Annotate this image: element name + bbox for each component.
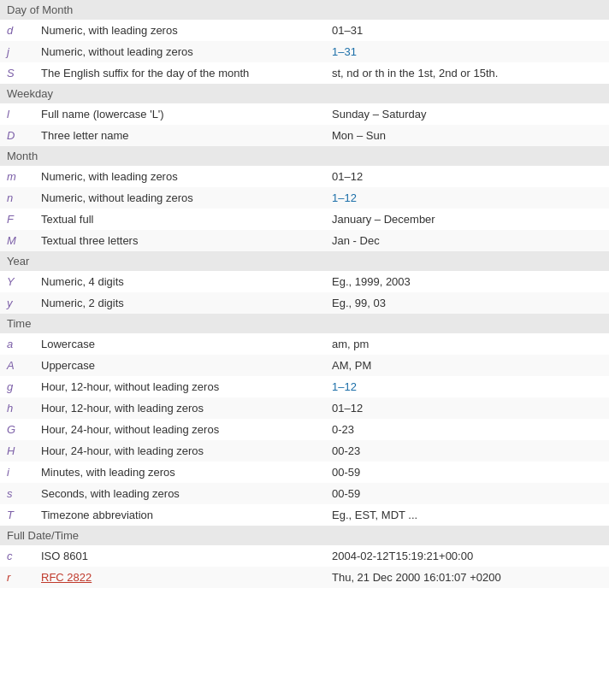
table-row: HHour, 24-hour, with leading zeros00-23: [0, 440, 609, 462]
format-example: AM, PM: [325, 355, 609, 376]
format-example: 00-59: [325, 462, 609, 483]
table-row: jNumeric, without leading zeros1–31: [0, 41, 609, 62]
format-example: Mon – Sun: [325, 125, 609, 146]
format-description: Timezone abbreviation: [34, 504, 325, 526]
format-example: 00-59: [325, 483, 609, 504]
section-header-label: Full Date/Time: [0, 526, 609, 545]
section-header: Day of Month: [0, 0, 609, 20]
format-description: ISO 8601: [34, 545, 325, 567]
format-description[interactable]: RFC 2822: [34, 567, 325, 588]
table-row: cISO 86012004-02-12T15:19:21+00:00: [0, 545, 609, 567]
section-header: Month: [0, 146, 609, 166]
section-header: Weekday: [0, 84, 609, 103]
format-code: g: [0, 376, 34, 397]
format-example: 0-23: [325, 419, 609, 440]
section-header-label: Day of Month: [0, 0, 609, 20]
section-header-label: Time: [0, 314, 609, 333]
table-row: dNumeric, with leading zeros01–31: [0, 20, 609, 41]
format-description: Hour, 12-hour, without leading zeros: [34, 376, 325, 397]
format-description: Textual full: [34, 209, 325, 230]
table-row: MTextual three lettersJan - Dec: [0, 230, 609, 251]
table-row: lFull name (lowercase 'L')Sunday – Satur…: [0, 103, 609, 125]
format-example: 1–31: [325, 41, 609, 62]
format-reference-table: Day of MonthdNumeric, with leading zeros…: [0, 0, 609, 588]
format-example: am, pm: [325, 333, 609, 355]
format-example: 2004-02-12T15:19:21+00:00: [325, 545, 609, 567]
format-code: m: [0, 166, 34, 187]
format-code: S: [0, 62, 34, 84]
format-code: h: [0, 397, 34, 419]
section-header-label: Year: [0, 251, 609, 271]
format-description: Numeric, with leading zeros: [34, 20, 325, 41]
format-description: Three letter name: [34, 125, 325, 146]
table-row: FTextual fullJanuary – December: [0, 209, 609, 230]
table-row: rRFC 2822Thu, 21 Dec 2000 16:01:07 +0200: [0, 567, 609, 588]
table-row: mNumeric, with leading zeros01–12: [0, 166, 609, 187]
format-description: The English suffix for the day of the mo…: [34, 62, 325, 84]
table-row: gHour, 12-hour, without leading zeros1–1…: [0, 376, 609, 397]
format-description: Numeric, without leading zeros: [34, 187, 325, 209]
format-description: Numeric, 4 digits: [34, 271, 325, 292]
format-example: January – December: [325, 209, 609, 230]
section-header: Time: [0, 314, 609, 333]
format-example: Eg., 1999, 2003: [325, 271, 609, 292]
format-code: i: [0, 462, 34, 483]
format-description: Uppercase: [34, 355, 325, 376]
format-example: Eg., 99, 03: [325, 292, 609, 314]
format-example: 01–31: [325, 20, 609, 41]
format-example: Eg., EST, MDT ...: [325, 504, 609, 526]
format-description: Lowercase: [34, 333, 325, 355]
table-row: yNumeric, 2 digitsEg., 99, 03: [0, 292, 609, 314]
format-code: a: [0, 333, 34, 355]
format-description: Numeric, without leading zeros: [34, 41, 325, 62]
format-code: D: [0, 125, 34, 146]
table-row: SThe English suffix for the day of the m…: [0, 62, 609, 84]
format-description: Textual three letters: [34, 230, 325, 251]
format-code: j: [0, 41, 34, 62]
table-row: TTimezone abbreviationEg., EST, MDT ...: [0, 504, 609, 526]
format-code: s: [0, 483, 34, 504]
format-example: 00-23: [325, 440, 609, 462]
format-description: Hour, 24-hour, without leading zeros: [34, 419, 325, 440]
format-description: Numeric, 2 digits: [34, 292, 325, 314]
section-header-label: Month: [0, 146, 609, 166]
format-code: A: [0, 355, 34, 376]
table-row: nNumeric, without leading zeros1–12: [0, 187, 609, 209]
format-description: Numeric, with leading zeros: [34, 166, 325, 187]
rfc-link[interactable]: RFC 2822: [41, 571, 92, 584]
format-description: Seconds, with leading zeros: [34, 483, 325, 504]
table-row: sSeconds, with leading zeros00-59: [0, 483, 609, 504]
section-header-label: Weekday: [0, 84, 609, 103]
format-code: d: [0, 20, 34, 41]
format-description: Hour, 12-hour, with leading zeros: [34, 397, 325, 419]
format-code: H: [0, 440, 34, 462]
table-row: iMinutes, with leading zeros00-59: [0, 462, 609, 483]
format-code: M: [0, 230, 34, 251]
table-row: DThree letter nameMon – Sun: [0, 125, 609, 146]
format-example: st, nd or th in the 1st, 2nd or 15th.: [325, 62, 609, 84]
format-example: Thu, 21 Dec 2000 16:01:07 +0200: [325, 567, 609, 588]
format-code: r: [0, 567, 34, 588]
format-code: n: [0, 187, 34, 209]
table-row: YNumeric, 4 digitsEg., 1999, 2003: [0, 271, 609, 292]
table-row: AUppercaseAM, PM: [0, 355, 609, 376]
format-example: 1–12: [325, 187, 609, 209]
format-example: Jan - Dec: [325, 230, 609, 251]
format-code: G: [0, 419, 34, 440]
format-description: Full name (lowercase 'L'): [34, 103, 325, 125]
section-header: Full Date/Time: [0, 526, 609, 545]
format-example: 01–12: [325, 397, 609, 419]
format-example: 01–12: [325, 166, 609, 187]
format-code: Y: [0, 271, 34, 292]
format-example: Sunday – Saturday: [325, 103, 609, 125]
section-header: Year: [0, 251, 609, 271]
format-code: y: [0, 292, 34, 314]
table-row: GHour, 24-hour, without leading zeros0-2…: [0, 419, 609, 440]
table-row: hHour, 12-hour, with leading zeros01–12: [0, 397, 609, 419]
format-description: Minutes, with leading zeros: [34, 462, 325, 483]
format-code: l: [0, 103, 34, 125]
format-code: c: [0, 545, 34, 567]
table-row: aLowercaseam, pm: [0, 333, 609, 355]
format-code: F: [0, 209, 34, 230]
format-description: Hour, 24-hour, with leading zeros: [34, 440, 325, 462]
